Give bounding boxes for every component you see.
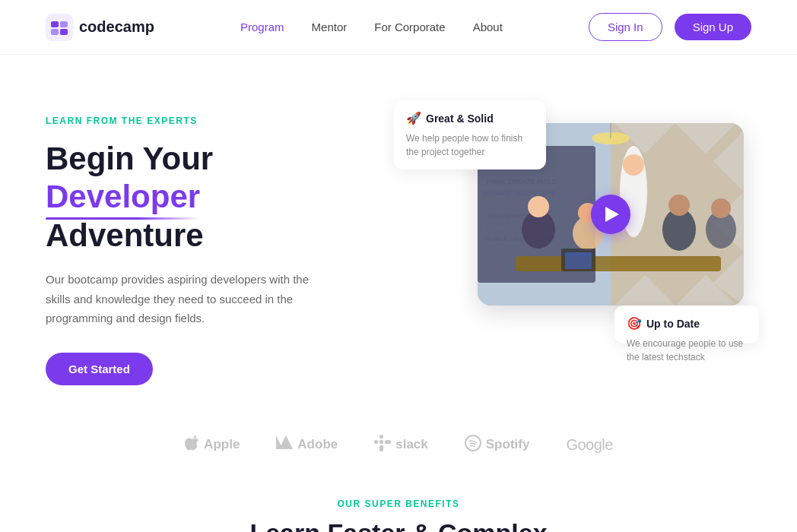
svg-text:DEVELOP LEARN GROW: DEVELOP LEARN GROW bbox=[484, 201, 565, 208]
slack-label: slack bbox=[395, 437, 428, 452]
svg-point-19 bbox=[528, 196, 549, 217]
svg-point-27 bbox=[711, 198, 731, 218]
brands-section: Apple Adobe slack bbox=[0, 416, 797, 483]
brand-google: Google bbox=[566, 436, 613, 454]
hero-title: Begin Your Developer Adventure bbox=[46, 140, 348, 255]
logo[interactable]: codecamp bbox=[46, 14, 154, 41]
play-icon bbox=[605, 207, 619, 222]
target-icon: 🎯 bbox=[627, 316, 642, 331]
rocket-icon: 🚀 bbox=[406, 111, 421, 125]
svg-rect-17 bbox=[516, 256, 721, 271]
nav-about[interactable]: About bbox=[473, 21, 503, 33]
google-label: Google bbox=[566, 436, 613, 454]
card-uptodate-title-row: 🎯 Up to Date bbox=[627, 316, 747, 331]
hero-right: 🚀 Great & Solid We help people how to fi… bbox=[394, 100, 751, 344]
svg-rect-0 bbox=[46, 14, 73, 41]
svg-rect-30 bbox=[374, 440, 378, 444]
spotify-label: Spotify bbox=[486, 437, 530, 452]
svg-rect-2 bbox=[60, 21, 68, 27]
play-button[interactable] bbox=[591, 195, 630, 234]
svg-text:INNOVATE DESIGN CODE: INNOVATE DESIGN CODE bbox=[481, 190, 556, 197]
nav-mentor[interactable]: Mentor bbox=[312, 21, 348, 33]
slack-icon bbox=[374, 435, 391, 455]
logo-text: codecamp bbox=[79, 18, 154, 36]
card-uptodate: 🎯 Up to Date We encourage people to use … bbox=[614, 306, 759, 344]
svg-rect-32 bbox=[379, 440, 383, 444]
card-great-solid-desc: We help people how to finish the project… bbox=[406, 131, 534, 159]
svg-point-23 bbox=[623, 154, 644, 176]
hero-eyebrow: LEARN FROM THE EXPERTS bbox=[46, 116, 348, 126]
apple-label: Apple bbox=[204, 437, 240, 452]
logo-icon bbox=[46, 14, 73, 41]
svg-rect-3 bbox=[51, 29, 59, 35]
apple-icon bbox=[184, 434, 199, 456]
svg-rect-4 bbox=[60, 29, 68, 35]
brand-slack: slack bbox=[374, 435, 428, 455]
svg-rect-33 bbox=[379, 445, 383, 451]
card-uptodate-title: Up to Date bbox=[646, 318, 700, 330]
hero-left: LEARN FROM THE EXPERTS Begin Your Develo… bbox=[46, 100, 348, 385]
signin-button[interactable]: Sign In bbox=[589, 13, 662, 41]
card-great-solid: 🚀 Great & Solid We help people how to fi… bbox=[394, 100, 546, 169]
brand-apple: Apple bbox=[184, 434, 240, 456]
adobe-icon bbox=[276, 435, 293, 454]
svg-rect-1 bbox=[51, 21, 59, 27]
spotify-icon bbox=[465, 435, 481, 455]
brand-spotify: Spotify bbox=[465, 435, 530, 455]
benefits-title: Learn Faster & Complex bbox=[46, 518, 751, 532]
benefits-eyebrow: OUR SUPER BENEFITS bbox=[46, 499, 751, 509]
benefits-section: OUR SUPER BENEFITS Learn Faster & Comple… bbox=[0, 483, 797, 532]
header-actions: Sign In Sign Up bbox=[589, 13, 751, 41]
hero-description: Our bootcamp provides aspiring developer… bbox=[46, 270, 319, 328]
card-great-solid-title-row: 🚀 Great & Solid bbox=[406, 111, 534, 125]
card-uptodate-desc: We encourage people to use the latest te… bbox=[627, 337, 747, 364]
brand-adobe: Adobe bbox=[276, 435, 338, 454]
adobe-label: Adobe bbox=[297, 437, 338, 452]
main-nav: Program Mentor For Corporate About bbox=[240, 21, 503, 33]
hero-section: LEARN FROM THE EXPERTS Begin Your Develo… bbox=[0, 55, 797, 416]
signup-button[interactable]: Sign Up bbox=[675, 14, 751, 40]
svg-rect-31 bbox=[379, 435, 383, 439]
svg-point-25 bbox=[668, 195, 690, 216]
card-great-solid-title: Great & Solid bbox=[426, 112, 494, 125]
svg-text:THINK CREATE BUILD: THINK CREATE BUILD bbox=[485, 178, 557, 185]
svg-rect-29 bbox=[565, 252, 592, 269]
hero-title-highlight: Developer bbox=[46, 178, 200, 216]
nav-for-corporate[interactable]: For Corporate bbox=[374, 21, 445, 33]
get-started-button[interactable]: Get Started bbox=[46, 353, 153, 385]
nav-program[interactable]: Program bbox=[240, 21, 284, 33]
svg-rect-34 bbox=[385, 440, 391, 444]
